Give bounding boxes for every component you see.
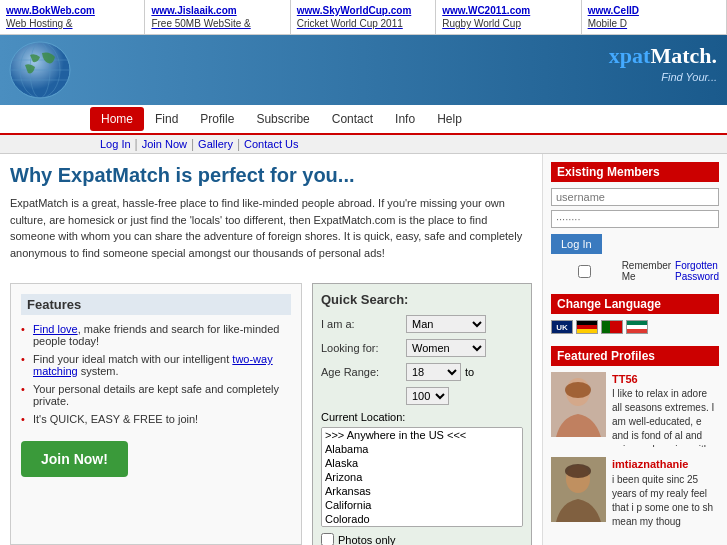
existing-members-title: Existing Members xyxy=(551,162,719,182)
photos-only-checkbox[interactable] xyxy=(321,533,334,545)
sub-nav-join[interactable]: Join Now xyxy=(142,138,187,150)
flag-uk[interactable]: UK xyxy=(551,320,573,334)
main-content: Why ExpatMatch is perfect for you... Exp… xyxy=(0,154,727,545)
ad-item-3[interactable]: www.WC2011.com Rugby World Cup xyxy=(436,0,581,34)
sub-nav: Log In | Join Now | Gallery | Contact Us xyxy=(0,135,727,154)
flag-za[interactable] xyxy=(626,320,648,334)
profile-name-0[interactable]: TT56 xyxy=(612,372,719,387)
feature-item-3: It's QUICK, EASY & FREE to join! xyxy=(21,413,291,425)
ad-item-2[interactable]: www.SkyWorldCup.com Cricket World Cup 20… xyxy=(291,0,436,34)
ad-item-4[interactable]: www.CelID Mobile D xyxy=(582,0,727,34)
ad-desc-3: Rugby World Cup xyxy=(442,17,574,30)
age-to-box: 100908070 xyxy=(321,387,406,405)
nav-find[interactable]: Find xyxy=(144,107,189,131)
globe-area xyxy=(0,35,90,105)
change-language-title: Change Language xyxy=(551,294,719,314)
remember-me-row: Remember Me Forgotten Password xyxy=(551,260,719,282)
svg-point-12 xyxy=(565,464,591,478)
features-title: Features xyxy=(21,294,291,315)
feature-item-1: Find your ideal match with our intellige… xyxy=(21,353,291,377)
sub-nav-gallery[interactable]: Gallery xyxy=(198,138,233,150)
middle-section: Features Find love, make friends and sea… xyxy=(0,283,542,545)
ad-desc-0: Web Hosting & xyxy=(6,17,138,30)
nav-help[interactable]: Help xyxy=(426,107,473,131)
password-input[interactable] xyxy=(551,210,719,228)
nav-info[interactable]: Info xyxy=(384,107,426,131)
age-from-select[interactable]: 18192025 xyxy=(406,363,461,381)
i-am-a-label: I am a: xyxy=(321,318,406,330)
right-sidebar: Existing Members Log In Remember Me Forg… xyxy=(542,154,727,545)
feature-item-0: Find love, make friends and search for l… xyxy=(21,323,291,347)
profile-name-1[interactable]: imtiaznathanie xyxy=(612,457,719,472)
profile-thumb-1[interactable] xyxy=(551,457,606,522)
looking-for-select[interactable]: Women Men Either xyxy=(406,339,486,357)
profile-item-0: TT56 I like to relax in adore all season… xyxy=(551,372,719,447)
location-select[interactable]: >>> Anywhere in the US <<< Alabama Alask… xyxy=(321,427,523,527)
profile-bio-0: I like to relax in adore all seasons ext… xyxy=(612,387,719,447)
looking-for-row: Looking for: Women Men Either xyxy=(321,339,523,357)
site-tagline: Find Your... xyxy=(661,71,717,83)
featured-profiles-title: Featured Profiles xyxy=(551,346,719,366)
nav-subscribe[interactable]: Subscribe xyxy=(245,107,320,131)
two-way-link[interactable]: two-way matching xyxy=(33,353,273,377)
quick-search-title: Quick Search: xyxy=(321,292,523,307)
ad-url-0: www.BokWeb.com xyxy=(6,5,95,16)
age-to-select[interactable]: 100908070 xyxy=(406,387,449,405)
login-button[interactable]: Log In xyxy=(551,234,602,254)
profile-info-0: TT56 I like to relax in adore all season… xyxy=(612,372,719,447)
features-box: Features Find love, make friends and sea… xyxy=(10,283,302,545)
flag-pt[interactable] xyxy=(601,320,623,334)
hero-body: ExpatMatch is a great, hassle-free place… xyxy=(10,195,532,261)
forgot-password-link[interactable]: Forgotten Password xyxy=(675,260,719,282)
looking-for-label: Looking for: xyxy=(321,342,406,354)
existing-members-form: Log In Remember Me Forgotten Password xyxy=(551,188,719,282)
nav-home[interactable]: Home xyxy=(90,107,144,131)
ad-item-0[interactable]: www.BokWeb.com Web Hosting & xyxy=(0,0,145,34)
ad-url-2: www.SkyWorldCup.com xyxy=(297,5,411,16)
ad-bar: www.BokWeb.com Web Hosting & www.Jislaai… xyxy=(0,0,727,35)
ad-desc-2: Cricket World Cup 2011 xyxy=(297,17,429,30)
username-input[interactable] xyxy=(551,188,719,206)
profile-bio-1: i been quite sinc 25 years of my realy f… xyxy=(612,473,719,529)
main-nav: Home Find Profile Subscribe Contact Info… xyxy=(0,105,727,135)
flag-de[interactable] xyxy=(576,320,598,334)
globe-icon xyxy=(0,35,80,100)
ad-item-1[interactable]: www.Jislaaik.com Free 50MB WebSite & xyxy=(145,0,290,34)
profile-item-1: imtiaznathanie i been quite sinc 25 year… xyxy=(551,457,719,528)
profile-image-0 xyxy=(551,372,606,437)
left-center: Why ExpatMatch is perfect for you... Exp… xyxy=(0,154,542,545)
existing-members-section: Existing Members Log In Remember Me Forg… xyxy=(551,162,719,282)
feature-item-2: Your personal details are kept safe and … xyxy=(21,383,291,407)
sub-nav-login[interactable]: Log In xyxy=(100,138,131,150)
age-range-row: Age Range: 18192025 to xyxy=(321,363,523,381)
find-love-link[interactable]: Find love xyxy=(33,323,78,335)
svg-point-9 xyxy=(565,382,591,398)
change-language-section: Change Language UK xyxy=(551,294,719,334)
photos-only-row: Photos only xyxy=(321,533,523,545)
ad-desc-1: Free 50MB WebSite & xyxy=(151,17,283,30)
header: xpatMatch. Find Your... xyxy=(0,35,727,105)
site-logo: xpatMatch. xyxy=(609,43,717,69)
photos-only-label: Photos only xyxy=(338,534,395,546)
nav-profile[interactable]: Profile xyxy=(189,107,245,131)
profile-image-1 xyxy=(551,457,606,522)
location-label: Current Location: xyxy=(321,411,523,423)
age-to-label: to xyxy=(465,366,474,378)
nav-contact[interactable]: Contact xyxy=(321,107,384,131)
sub-nav-contact[interactable]: Contact Us xyxy=(244,138,298,150)
hero-section: Why ExpatMatch is perfect for you... Exp… xyxy=(0,154,542,283)
ad-desc-4: Mobile D xyxy=(588,17,720,30)
i-am-a-select[interactable]: Man Woman xyxy=(406,315,486,333)
remember-me-label: Remember Me xyxy=(622,260,671,282)
features-list: Find love, make friends and search for l… xyxy=(21,323,291,425)
featured-profiles-section: Featured Profiles TT56 I like to relax i… xyxy=(551,346,719,529)
quick-search-box: Quick Search: I am a: Man Woman Looking … xyxy=(312,283,532,545)
profile-thumb-0[interactable] xyxy=(551,372,606,437)
remember-me-checkbox[interactable] xyxy=(551,265,618,278)
ad-url-4: www.CelID xyxy=(588,5,639,16)
language-flags: UK xyxy=(551,320,719,334)
ad-url-1: www.Jislaaik.com xyxy=(151,5,236,16)
join-now-button[interactable]: Join Now! xyxy=(21,441,128,477)
i-am-a-row: I am a: Man Woman xyxy=(321,315,523,333)
profile-info-1: imtiaznathanie i been quite sinc 25 year… xyxy=(612,457,719,528)
